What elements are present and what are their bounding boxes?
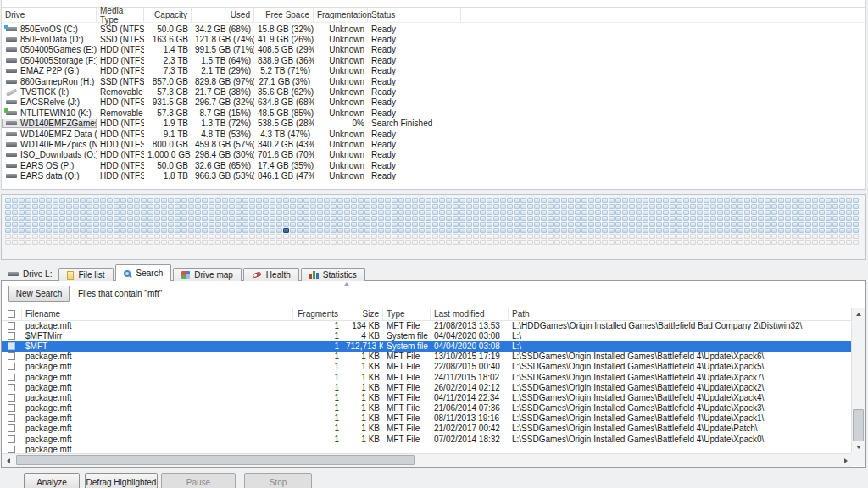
map-block[interactable] — [507, 210, 513, 215]
map-block[interactable] — [39, 240, 45, 245]
map-block[interactable] — [615, 198, 621, 203]
map-block[interactable] — [629, 222, 635, 227]
map-block[interactable] — [100, 210, 106, 215]
map-block[interactable] — [25, 222, 31, 227]
map-block[interactable] — [500, 222, 506, 227]
map-block[interactable] — [134, 210, 140, 215]
map-block[interactable] — [826, 222, 832, 227]
map-block[interactable] — [805, 240, 811, 245]
map-block[interactable] — [59, 210, 65, 215]
map-block[interactable] — [236, 198, 242, 203]
map-block[interactable] — [466, 210, 472, 215]
map-block[interactable] — [93, 216, 99, 221]
drive-row[interactable]: NTLITEWIN10 (K:) Removable ... 57.3 GB 8… — [2, 108, 865, 118]
map-block[interactable] — [5, 210, 11, 215]
map-block[interactable] — [378, 204, 384, 209]
map-block[interactable] — [127, 228, 133, 233]
map-block[interactable] — [154, 216, 160, 221]
map-block[interactable] — [683, 210, 689, 215]
column-header-size[interactable]: Size — [342, 308, 383, 320]
map-block[interactable] — [25, 228, 31, 233]
map-block[interactable] — [215, 216, 221, 221]
map-block[interactable] — [771, 204, 777, 209]
map-block[interactable] — [704, 240, 709, 245]
map-block[interactable] — [19, 222, 25, 227]
map-block[interactable] — [432, 228, 438, 233]
map-block[interactable] — [771, 198, 777, 203]
map-block[interactable] — [188, 204, 194, 209]
map-block[interactable] — [656, 240, 662, 245]
map-block[interactable] — [812, 240, 818, 245]
map-block[interactable] — [459, 228, 465, 233]
map-block[interactable] — [771, 228, 777, 233]
map-block[interactable] — [310, 240, 316, 245]
map-block[interactable] — [853, 234, 859, 239]
map-block[interactable] — [392, 234, 398, 239]
map-block[interactable] — [493, 240, 499, 245]
map-block[interactable] — [554, 198, 560, 203]
map-block[interactable] — [53, 216, 58, 221]
map-block[interactable] — [412, 240, 418, 245]
map-block[interactable] — [771, 216, 777, 221]
map-block[interactable] — [792, 210, 798, 215]
map-block[interactable] — [331, 240, 337, 245]
scroll-down-arrow-icon[interactable] — [852, 441, 865, 453]
row-checkbox[interactable] — [8, 374, 15, 381]
map-block[interactable] — [371, 240, 377, 245]
map-block[interactable] — [80, 240, 86, 245]
map-block[interactable] — [805, 216, 811, 221]
map-block[interactable] — [270, 228, 275, 233]
map-block[interactable] — [168, 204, 174, 209]
footer-button[interactable]: Analyze — [24, 473, 80, 488]
map-block[interactable] — [32, 204, 38, 209]
map-block[interactable] — [792, 198, 798, 203]
map-block[interactable] — [114, 204, 120, 209]
map-block[interactable] — [643, 204, 648, 209]
map-block[interactable] — [595, 204, 601, 209]
map-block[interactable] — [73, 222, 79, 227]
map-block[interactable] — [507, 234, 513, 239]
map-block[interactable] — [147, 228, 153, 233]
map-block[interactable] — [527, 204, 533, 209]
map-block[interactable] — [229, 198, 235, 203]
map-block[interactable] — [147, 198, 153, 203]
map-block[interactable] — [839, 210, 845, 215]
map-block[interactable] — [765, 222, 771, 227]
map-block[interactable] — [107, 234, 113, 239]
map-block[interactable] — [392, 210, 398, 215]
map-block[interactable] — [344, 228, 350, 233]
map-block[interactable] — [554, 210, 560, 215]
map-block[interactable] — [846, 216, 852, 221]
map-block[interactable] — [120, 222, 126, 227]
map-block[interactable] — [188, 210, 194, 215]
map-block[interactable] — [412, 204, 418, 209]
map-block[interactable] — [737, 216, 743, 221]
map-block[interactable] — [59, 240, 65, 245]
map-block[interactable] — [371, 210, 377, 215]
map-block[interactable] — [283, 204, 289, 209]
map-block[interactable] — [676, 198, 682, 203]
map-block[interactable] — [758, 228, 764, 233]
map-block[interactable] — [46, 228, 52, 233]
row-checkbox[interactable] — [8, 352, 15, 360]
map-block[interactable] — [683, 234, 689, 239]
map-block[interactable] — [46, 210, 52, 215]
map-block[interactable] — [819, 222, 825, 227]
map-block[interactable] — [331, 228, 337, 233]
map-block[interactable] — [310, 216, 316, 221]
map-block[interactable] — [853, 210, 859, 215]
map-block[interactable] — [819, 216, 825, 221]
map-block[interactable] — [324, 210, 330, 215]
map-block[interactable] — [303, 228, 309, 233]
map-block[interactable] — [751, 216, 757, 221]
row-checkbox[interactable] — [8, 446, 15, 453]
map-block[interactable] — [412, 216, 418, 221]
map-block[interactable] — [765, 204, 771, 209]
map-block[interactable] — [385, 240, 391, 245]
map-block[interactable] — [93, 228, 99, 233]
map-block[interactable] — [270, 222, 275, 227]
map-block[interactable] — [432, 240, 438, 245]
map-block[interactable] — [704, 216, 709, 221]
map-block[interactable] — [378, 222, 384, 227]
map-block[interactable] — [168, 210, 174, 215]
